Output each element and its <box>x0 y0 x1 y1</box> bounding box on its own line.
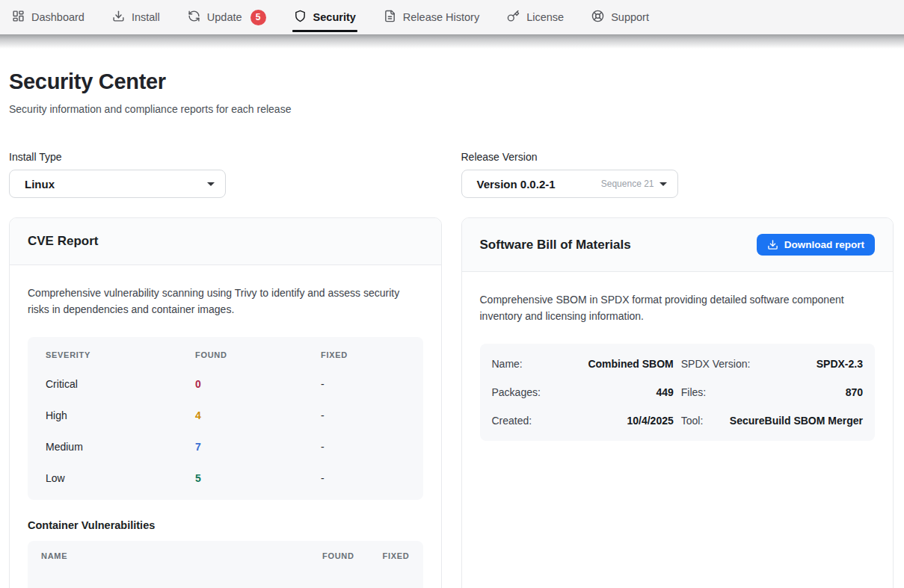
install-type-select[interactable]: Linux <box>9 170 226 198</box>
sbom-card-body: Comprehensive SBOM in SPDX format provid… <box>462 272 894 459</box>
dashboard-grid-icon <box>12 10 25 25</box>
detail-value: Combined SBOM <box>588 358 673 370</box>
chevron-down-icon <box>659 182 667 186</box>
detail-label: Created: <box>492 415 532 427</box>
cve-description: Comprehensive vulnerability scanning usi… <box>28 285 423 318</box>
nav-item-dashboard[interactable]: Dashboard <box>12 0 84 34</box>
fixed-col-header: FIXED <box>321 350 405 359</box>
nav-item-security[interactable]: Security <box>294 0 356 34</box>
main-content: Security Center Security information and… <box>0 49 904 588</box>
nav-item-label: Security <box>313 11 356 23</box>
sbom-detail-created: Created: 10/4/2025 <box>492 406 674 435</box>
nav-item-label: Update <box>207 11 242 23</box>
sbom-detail-name: Name: Combined SBOM <box>492 350 674 378</box>
life-buoy-icon <box>591 10 604 25</box>
nav-item-label: Release History <box>403 11 479 23</box>
cve-card-header: CVE Report <box>10 218 441 265</box>
shield-icon <box>294 10 307 25</box>
chevron-down-icon <box>207 182 215 186</box>
container-vulnerabilities-title: Container Vulnerabilities <box>28 519 423 531</box>
nav-item-update[interactable]: Update 5 <box>188 0 266 34</box>
sbom-card-header: Software Bill of Materials Download repo… <box>462 218 894 272</box>
detail-value: 870 <box>846 386 863 398</box>
install-type-label: Install Type <box>9 151 442 163</box>
name-col-header: NAME <box>41 551 294 560</box>
table-row-high: High 4 - <box>28 400 423 431</box>
found-count: 5 <box>195 472 321 484</box>
install-type-field: Install Type Linux <box>9 151 442 198</box>
page-subtitle: Security information and compliance repo… <box>9 103 894 115</box>
detail-label: Packages: <box>492 386 541 398</box>
severity-name: Critical <box>46 378 195 390</box>
detail-value: 449 <box>656 386 673 398</box>
detail-label: Files: <box>681 386 706 398</box>
install-type-value: Linux <box>25 178 55 191</box>
detail-label: Name: <box>492 358 523 370</box>
severity-col-header: SEVERITY <box>46 350 195 359</box>
nav-item-install[interactable]: Install <box>112 0 160 34</box>
container-vulnerabilities-table: NAME FOUND FIXED <box>28 541 423 588</box>
nav-shadow-divider <box>0 34 904 49</box>
sbom-detail-packages: Packages: 449 <box>492 378 674 406</box>
detail-value: 10/4/2025 <box>627 415 673 427</box>
fixed-col-header: FIXED <box>383 551 410 560</box>
fixed-count: - <box>321 472 405 484</box>
found-count: 4 <box>195 409 321 421</box>
sbom-detail-files: Files: 870 <box>681 378 863 406</box>
detail-value: SPDX-2.3 <box>817 358 863 370</box>
severity-name: Medium <box>46 441 195 453</box>
nav-item-label: Dashboard <box>31 11 84 23</box>
refresh-icon <box>188 10 200 25</box>
sbom-card: Software Bill of Materials Download repo… <box>461 217 894 588</box>
release-version-label: Release Version <box>461 151 894 163</box>
nav-item-label: Install <box>132 11 160 23</box>
detail-label: Tool: <box>681 415 704 427</box>
filters-row: Install Type Linux Release Version Versi… <box>9 151 894 198</box>
table-row-medium: Medium 7 - <box>28 431 423 462</box>
update-count-badge: 5 <box>250 10 266 25</box>
sbom-details-grid: Name: Combined SBOM SPDX Version: SPDX-2… <box>480 344 876 441</box>
container-table-header: NAME FOUND FIXED <box>28 541 423 569</box>
top-navigation: Dashboard Install Update 5 Security Rele… <box>0 0 904 34</box>
sbom-description: Comprehensive SBOM in SPDX format provid… <box>480 292 876 324</box>
detail-label: SPDX Version: <box>681 358 751 370</box>
fixed-count: - <box>321 409 405 421</box>
download-report-button[interactable]: Download report <box>757 234 875 256</box>
release-version-field: Release Version Version 0.0.2-1 Sequence… <box>461 151 894 198</box>
key-icon <box>507 10 520 25</box>
table-row-low: Low 5 - <box>28 462 423 494</box>
severity-table: SEVERITY FOUND FIXED Critical 0 - High 4… <box>28 337 423 500</box>
file-text-icon <box>384 10 396 25</box>
cve-card-title: CVE Report <box>28 234 98 249</box>
nav-item-label: Support <box>611 11 649 23</box>
found-count: 0 <box>195 378 321 390</box>
found-count: 7 <box>195 441 321 453</box>
nav-item-release-history[interactable]: Release History <box>384 0 479 34</box>
cve-card-body: Comprehensive vulnerability scanning usi… <box>10 265 441 588</box>
sbom-card-title: Software Bill of Materials <box>480 238 631 253</box>
download-icon <box>767 239 778 250</box>
severity-name: Low <box>46 472 195 484</box>
nav-item-label: License <box>526 11 564 23</box>
sbom-detail-tool: Tool: SecureBuild SBOM Merger <box>681 406 863 435</box>
page-title: Security Center <box>9 69 894 94</box>
report-cards: CVE Report Comprehensive vulnerability s… <box>9 217 894 588</box>
release-version-select[interactable]: Version 0.0.2-1 Sequence 21 <box>461 170 678 198</box>
nav-item-license[interactable]: License <box>507 0 564 34</box>
severity-name: High <box>46 409 195 421</box>
table-row-critical: Critical 0 - <box>28 368 423 400</box>
release-version-value: Version 0.0.2-1 <box>477 178 556 191</box>
detail-value: SecureBuild SBOM Merger <box>730 415 863 427</box>
download-icon <box>112 10 125 25</box>
sbom-detail-spdx-version: SPDX Version: SPDX-2.3 <box>681 350 863 378</box>
found-col-header: FOUND <box>195 350 321 359</box>
found-col-header: FOUND <box>322 551 354 560</box>
fixed-count: - <box>321 441 405 453</box>
cve-report-card: CVE Report Comprehensive vulnerability s… <box>9 217 442 588</box>
severity-table-header: SEVERITY FOUND FIXED <box>28 337 423 368</box>
fixed-count: - <box>321 378 405 390</box>
sequence-label: Sequence 21 <box>601 179 654 189</box>
nav-item-support[interactable]: Support <box>591 0 649 34</box>
download-report-label: Download report <box>784 239 864 250</box>
